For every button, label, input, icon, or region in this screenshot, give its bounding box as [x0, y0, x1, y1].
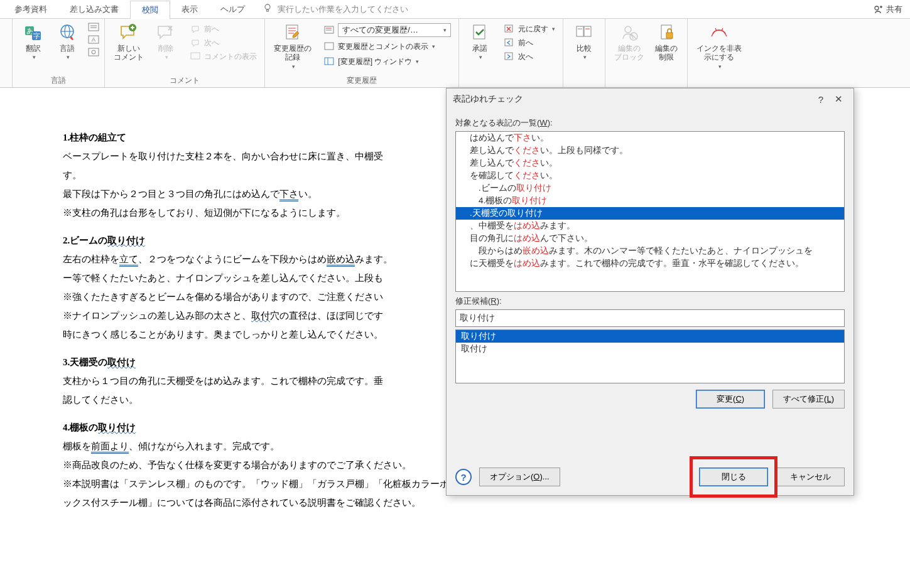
prev-change-icon [504, 37, 516, 48]
show-comments-button: コメントの表示 [188, 50, 259, 63]
ribbon: あ字 翻訳 ▾ 言語 ▾ A 言語 [0, 19, 910, 88]
block-authors-button: 編集の ブロック [610, 21, 648, 63]
block-authors-icon [619, 23, 639, 43]
svg-rect-27 [325, 58, 333, 65]
candidate-listbox[interactable]: 取り付け取付け [455, 329, 845, 383]
restrict-editing-icon [656, 23, 676, 43]
next-change-button[interactable]: 次へ [502, 50, 558, 63]
next-comment-button: 次へ [188, 36, 259, 49]
ribbon-tabs: 参考資料 差し込み文書 校閲 表示 ヘルプ 実行したい作業を入力してください 共… [0, 0, 910, 19]
svg-text:字: 字 [33, 32, 40, 40]
svg-rect-26 [325, 43, 333, 50]
group-ink: インクを非表 示にする ▾ [688, 19, 750, 87]
translate-icon: あ字 [23, 23, 43, 43]
svg-rect-18 [191, 53, 200, 59]
options-button[interactable]: オプション(O)... [479, 468, 560, 486]
compare-button[interactable]: 比較 ▾ [568, 21, 600, 61]
delete-comment-button: 削除 ▾ [150, 21, 181, 61]
help-icon[interactable]: ? [455, 469, 472, 485]
small-icon-3[interactable] [88, 46, 99, 58]
svg-point-37 [625, 26, 631, 33]
dropdown-icon: ▾ [583, 54, 587, 60]
group-language: あ字 翻訳 ▾ 言語 ▾ A 言語 [13, 19, 105, 87]
small-icon-2[interactable]: A [88, 34, 99, 45]
accept-icon [470, 23, 490, 43]
display-review-icon [324, 24, 335, 36]
list-item[interactable]: .天棚受の取り付け [456, 207, 844, 220]
group-compare: 比較 ▾ [563, 19, 605, 87]
candidate-input[interactable]: 取り付け [455, 309, 845, 327]
list-label: 対象となる表記の一覧(W): [455, 117, 845, 129]
svg-point-2 [875, 6, 879, 10]
dropdown-icon: ▾ [165, 54, 168, 60]
small-icon-1[interactable] [88, 21, 99, 33]
reviewing-pane-button[interactable]: [変更履歴] ウィンドウ ▾ [322, 55, 453, 68]
share-icon [874, 4, 884, 14]
display-for-review-select[interactable]: すべての変更履歴/…▾ [322, 23, 453, 38]
tab-references[interactable]: 参考資料 [3, 0, 58, 19]
share-button[interactable]: 共有 [874, 4, 902, 15]
dropdown-icon: ▾ [479, 54, 482, 60]
svg-rect-29 [474, 25, 485, 39]
show-markup-button[interactable]: 変更履歴とコメントの表示 ▾ [322, 40, 453, 53]
new-comment-icon [119, 23, 139, 43]
svg-rect-31 [505, 39, 512, 46]
reject-button[interactable]: 元に戻す ▾ [502, 23, 558, 35]
expression-listbox[interactable]: はめ込んで下さい。 差し込んでください。上段も同様です。 差し込んでください。 … [455, 131, 845, 292]
hyoki-yure-dialog: 表記ゆれチェック ? ✕ 対象となる表記の一覧(W): はめ込んで下さい。 差し… [446, 88, 854, 496]
tab-review[interactable]: 校閲 [130, 1, 170, 19]
dropdown-icon: ▾ [552, 26, 555, 32]
group-changes: 承諾 ▾ 元に戻す ▾ 前へ 次へ [459, 19, 563, 87]
close-button[interactable]: 閉じる [699, 468, 768, 486]
accept-button[interactable]: 承諾 ▾ [464, 21, 496, 61]
restrict-editing-button[interactable]: 編集の 制限 [651, 21, 682, 63]
track-changes-icon [283, 23, 303, 43]
list-item[interactable]: に天棚受をはめ込みます。これで棚枠の完成です。垂直・水平を確認してください。 [456, 257, 844, 270]
tell-me-placeholder: 実行したい作業を入力してください [278, 4, 408, 15]
list-item[interactable]: 差し込んでください。 [456, 157, 844, 169]
svg-rect-33 [577, 26, 583, 36]
next-icon [190, 37, 202, 48]
help-button[interactable]: ? [812, 94, 830, 105]
language-button[interactable]: 言語 ▾ [51, 21, 83, 61]
tab-mailings[interactable]: 差し込み文書 [58, 0, 130, 19]
list-item[interactable]: を確認してください。 [456, 169, 844, 182]
change-all-button[interactable]: すべて修正(L) [772, 390, 845, 409]
list-item[interactable]: 段からはめ嵌め込みます。木のハンマー等で軽くたたいたあと、ナイロンプッシュを [456, 245, 844, 257]
group-tracking: 変更履歴の 記録 ▾ すべての変更履歴/…▾ 変更履歴とコメントの表示 ▾ [変… [265, 19, 459, 87]
prev-change-button[interactable]: 前へ [502, 36, 558, 49]
list-item[interactable]: 4.棚板の取り付け [456, 195, 844, 207]
share-label: 共有 [886, 4, 902, 15]
cancel-button[interactable]: キャンセル [776, 468, 845, 486]
svg-point-16 [92, 50, 95, 54]
close-x-button[interactable]: ✕ [830, 94, 847, 105]
translate-button[interactable]: あ字 翻訳 ▾ [18, 21, 49, 61]
list-item[interactable]: .ビームの取り付け [456, 182, 844, 195]
svg-rect-1 [267, 9, 269, 11]
list-item[interactable]: 目の角孔にはめ込んで下さい。 [456, 232, 844, 245]
tab-help[interactable]: ヘルプ [209, 0, 256, 19]
track-changes-button[interactable]: 変更履歴の 記録 ▾ [270, 21, 315, 71]
list-item[interactable]: 、中棚受をはめ込みます。 [456, 220, 844, 232]
svg-rect-32 [505, 53, 512, 60]
candidate-item[interactable]: 取り付け [456, 330, 844, 343]
new-comment-button[interactable]: 新しい コメント [110, 21, 148, 63]
hide-ink-button[interactable]: インクを非表 示にする ▾ [693, 21, 745, 71]
tell-me-search[interactable]: 実行したい作業を入力してください [263, 3, 408, 15]
prev-icon [190, 23, 202, 35]
tab-view[interactable]: 表示 [170, 0, 209, 19]
list-item[interactable]: はめ込んで下さい。 [456, 132, 844, 144]
lightbulb-icon [263, 3, 273, 15]
list-item[interactable]: 差し込んでください。上段も同様です。 [456, 144, 844, 157]
language-icon [57, 23, 77, 43]
group-protect: 編集の ブロック 編集の 制限 [605, 19, 688, 87]
dropdown-icon: ▾ [33, 54, 36, 60]
next-change-icon [504, 51, 516, 62]
candidate-item[interactable]: 取付け [456, 343, 844, 355]
show-markup-icon [324, 41, 335, 52]
change-button[interactable]: 変更(C) [696, 390, 765, 409]
delete-comment-icon [156, 23, 176, 43]
dialog-title: 表記ゆれチェック [453, 94, 523, 105]
svg-point-0 [265, 4, 270, 9]
dropdown-icon: ▾ [416, 58, 419, 65]
